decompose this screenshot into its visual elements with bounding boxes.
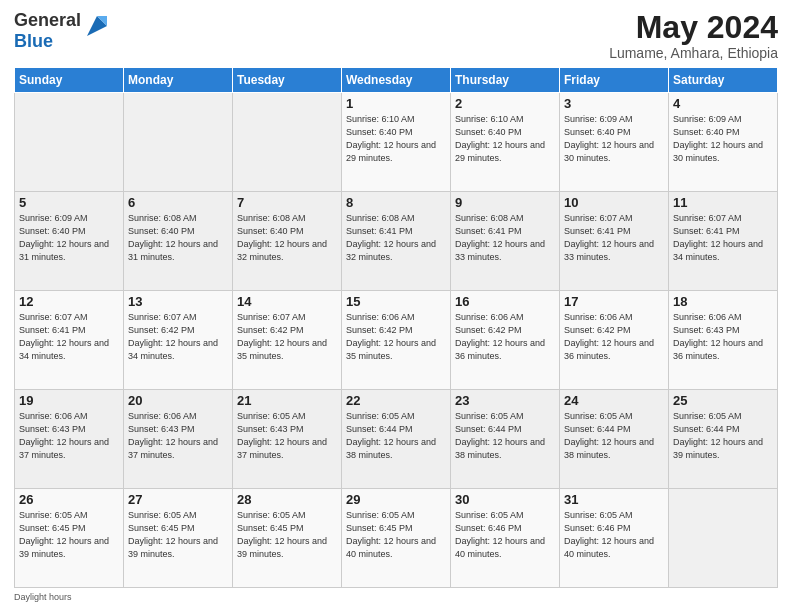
day-number: 8: [346, 195, 446, 210]
day-number: 21: [237, 393, 337, 408]
week-row-3: 12Sunrise: 6:07 AMSunset: 6:41 PMDayligh…: [15, 291, 778, 390]
day-number: 10: [564, 195, 664, 210]
day-header-wednesday: Wednesday: [342, 68, 451, 93]
calendar-cell: 22Sunrise: 6:05 AMSunset: 6:44 PMDayligh…: [342, 390, 451, 489]
day-info: Sunrise: 6:10 AMSunset: 6:40 PMDaylight:…: [346, 113, 446, 165]
calendar-cell: [15, 93, 124, 192]
calendar-cell: 17Sunrise: 6:06 AMSunset: 6:42 PMDayligh…: [560, 291, 669, 390]
day-info: Sunrise: 6:05 AMSunset: 6:46 PMDaylight:…: [455, 509, 555, 561]
calendar-cell: 27Sunrise: 6:05 AMSunset: 6:45 PMDayligh…: [124, 489, 233, 588]
day-info: Sunrise: 6:07 AMSunset: 6:41 PMDaylight:…: [564, 212, 664, 264]
logo: General Blue: [14, 10, 111, 51]
calendar-cell: 25Sunrise: 6:05 AMSunset: 6:44 PMDayligh…: [669, 390, 778, 489]
calendar-cell: 20Sunrise: 6:06 AMSunset: 6:43 PMDayligh…: [124, 390, 233, 489]
page: General Blue May 2024 Lumame, Amhara, Et…: [0, 0, 792, 612]
day-number: 6: [128, 195, 228, 210]
day-number: 31: [564, 492, 664, 507]
title-section: May 2024 Lumame, Amhara, Ethiopia: [609, 10, 778, 61]
day-info: Sunrise: 6:09 AMSunset: 6:40 PMDaylight:…: [564, 113, 664, 165]
day-header-tuesday: Tuesday: [233, 68, 342, 93]
calendar-cell: 13Sunrise: 6:07 AMSunset: 6:42 PMDayligh…: [124, 291, 233, 390]
day-number: 22: [346, 393, 446, 408]
day-header-sunday: Sunday: [15, 68, 124, 93]
day-number: 20: [128, 393, 228, 408]
calendar-cell: 21Sunrise: 6:05 AMSunset: 6:43 PMDayligh…: [233, 390, 342, 489]
week-row-4: 19Sunrise: 6:06 AMSunset: 6:43 PMDayligh…: [15, 390, 778, 489]
day-info: Sunrise: 6:08 AMSunset: 6:41 PMDaylight:…: [455, 212, 555, 264]
calendar-cell: 15Sunrise: 6:06 AMSunset: 6:42 PMDayligh…: [342, 291, 451, 390]
calendar-cell: 6Sunrise: 6:08 AMSunset: 6:40 PMDaylight…: [124, 192, 233, 291]
calendar-cell: 8Sunrise: 6:08 AMSunset: 6:41 PMDaylight…: [342, 192, 451, 291]
day-number: 3: [564, 96, 664, 111]
day-number: 1: [346, 96, 446, 111]
calendar-cell: [233, 93, 342, 192]
logo-general: General: [14, 10, 81, 31]
calendar-cell: 14Sunrise: 6:07 AMSunset: 6:42 PMDayligh…: [233, 291, 342, 390]
day-number: 24: [564, 393, 664, 408]
calendar-cell: 9Sunrise: 6:08 AMSunset: 6:41 PMDaylight…: [451, 192, 560, 291]
day-info: Sunrise: 6:07 AMSunset: 6:42 PMDaylight:…: [128, 311, 228, 363]
day-number: 15: [346, 294, 446, 309]
week-row-2: 5Sunrise: 6:09 AMSunset: 6:40 PMDaylight…: [15, 192, 778, 291]
day-info: Sunrise: 6:06 AMSunset: 6:42 PMDaylight:…: [564, 311, 664, 363]
day-info: Sunrise: 6:06 AMSunset: 6:42 PMDaylight:…: [346, 311, 446, 363]
calendar-cell: 2Sunrise: 6:10 AMSunset: 6:40 PMDaylight…: [451, 93, 560, 192]
day-info: Sunrise: 6:05 AMSunset: 6:44 PMDaylight:…: [346, 410, 446, 462]
day-info: Sunrise: 6:06 AMSunset: 6:43 PMDaylight:…: [128, 410, 228, 462]
day-info: Sunrise: 6:05 AMSunset: 6:45 PMDaylight:…: [19, 509, 119, 561]
calendar-cell: 3Sunrise: 6:09 AMSunset: 6:40 PMDaylight…: [560, 93, 669, 192]
logo-blue: Blue: [14, 31, 81, 52]
day-info: Sunrise: 6:09 AMSunset: 6:40 PMDaylight:…: [673, 113, 773, 165]
day-info: Sunrise: 6:05 AMSunset: 6:44 PMDaylight:…: [455, 410, 555, 462]
footer: Daylight hours: [14, 592, 778, 602]
calendar-header-row: SundayMondayTuesdayWednesdayThursdayFrid…: [15, 68, 778, 93]
day-number: 18: [673, 294, 773, 309]
day-number: 23: [455, 393, 555, 408]
calendar-cell: 24Sunrise: 6:05 AMSunset: 6:44 PMDayligh…: [560, 390, 669, 489]
day-info: Sunrise: 6:06 AMSunset: 6:42 PMDaylight:…: [455, 311, 555, 363]
day-info: Sunrise: 6:05 AMSunset: 6:43 PMDaylight:…: [237, 410, 337, 462]
logo-icon: [83, 12, 111, 40]
calendar-cell: 10Sunrise: 6:07 AMSunset: 6:41 PMDayligh…: [560, 192, 669, 291]
calendar-cell: 26Sunrise: 6:05 AMSunset: 6:45 PMDayligh…: [15, 489, 124, 588]
day-number: 2: [455, 96, 555, 111]
day-info: Sunrise: 6:05 AMSunset: 6:45 PMDaylight:…: [237, 509, 337, 561]
day-number: 25: [673, 393, 773, 408]
calendar-table: SundayMondayTuesdayWednesdayThursdayFrid…: [14, 67, 778, 588]
day-info: Sunrise: 6:08 AMSunset: 6:40 PMDaylight:…: [128, 212, 228, 264]
calendar-cell: 19Sunrise: 6:06 AMSunset: 6:43 PMDayligh…: [15, 390, 124, 489]
location: Lumame, Amhara, Ethiopia: [609, 45, 778, 61]
week-row-1: 1Sunrise: 6:10 AMSunset: 6:40 PMDaylight…: [15, 93, 778, 192]
day-header-friday: Friday: [560, 68, 669, 93]
day-info: Sunrise: 6:05 AMSunset: 6:44 PMDaylight:…: [564, 410, 664, 462]
day-number: 12: [19, 294, 119, 309]
day-number: 9: [455, 195, 555, 210]
day-info: Sunrise: 6:09 AMSunset: 6:40 PMDaylight:…: [19, 212, 119, 264]
day-number: 14: [237, 294, 337, 309]
calendar-cell: 16Sunrise: 6:06 AMSunset: 6:42 PMDayligh…: [451, 291, 560, 390]
daylight-label: Daylight hours: [14, 592, 72, 602]
day-info: Sunrise: 6:05 AMSunset: 6:46 PMDaylight:…: [564, 509, 664, 561]
day-header-saturday: Saturday: [669, 68, 778, 93]
header: General Blue May 2024 Lumame, Amhara, Et…: [14, 10, 778, 61]
day-number: 7: [237, 195, 337, 210]
day-number: 17: [564, 294, 664, 309]
day-header-thursday: Thursday: [451, 68, 560, 93]
day-info: Sunrise: 6:10 AMSunset: 6:40 PMDaylight:…: [455, 113, 555, 165]
calendar-cell: 5Sunrise: 6:09 AMSunset: 6:40 PMDaylight…: [15, 192, 124, 291]
day-info: Sunrise: 6:05 AMSunset: 6:44 PMDaylight:…: [673, 410, 773, 462]
calendar-cell: 31Sunrise: 6:05 AMSunset: 6:46 PMDayligh…: [560, 489, 669, 588]
day-number: 29: [346, 492, 446, 507]
day-number: 19: [19, 393, 119, 408]
week-row-5: 26Sunrise: 6:05 AMSunset: 6:45 PMDayligh…: [15, 489, 778, 588]
calendar-cell: 28Sunrise: 6:05 AMSunset: 6:45 PMDayligh…: [233, 489, 342, 588]
calendar-cell: 1Sunrise: 6:10 AMSunset: 6:40 PMDaylight…: [342, 93, 451, 192]
day-info: Sunrise: 6:07 AMSunset: 6:42 PMDaylight:…: [237, 311, 337, 363]
day-number: 27: [128, 492, 228, 507]
day-info: Sunrise: 6:06 AMSunset: 6:43 PMDaylight:…: [673, 311, 773, 363]
day-number: 11: [673, 195, 773, 210]
day-info: Sunrise: 6:08 AMSunset: 6:41 PMDaylight:…: [346, 212, 446, 264]
day-number: 4: [673, 96, 773, 111]
calendar-cell: [669, 489, 778, 588]
calendar-cell: 18Sunrise: 6:06 AMSunset: 6:43 PMDayligh…: [669, 291, 778, 390]
